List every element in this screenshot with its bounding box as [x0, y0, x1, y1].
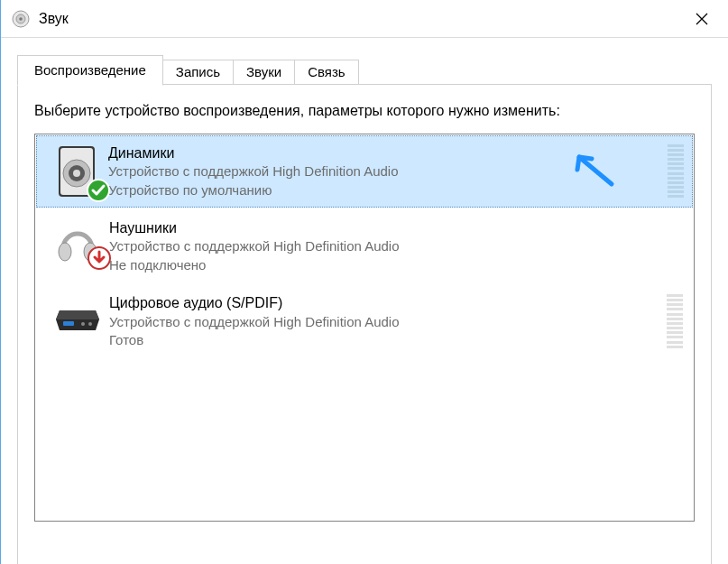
device-item-speakers[interactable]: Динамики Устройство с поддержкой High De… [36, 135, 693, 208]
svg-rect-12 [63, 321, 74, 326]
device-item-headphones[interactable]: Наушники Устройство с поддержкой High De… [35, 208, 694, 283]
svg-point-7 [73, 170, 80, 177]
tab-communications[interactable]: Связь [294, 60, 358, 85]
device-desc: Устройство с поддержкой High Definition … [109, 237, 683, 255]
sound-app-icon [12, 10, 30, 28]
window-title: Звук [39, 11, 681, 27]
svg-point-13 [81, 322, 85, 326]
device-desc: Устройство с поддержкой High Definition … [109, 313, 659, 331]
check-badge-icon [87, 179, 110, 202]
tab-recording[interactable]: Запись [162, 60, 234, 85]
headphones-icon [46, 217, 109, 268]
tab-playback[interactable]: Воспроизведение [17, 55, 163, 86]
tab-sounds[interactable]: Звуки [233, 60, 295, 85]
down-arrow-badge-icon [88, 246, 111, 270]
device-name: Динамики [108, 144, 660, 163]
close-button[interactable] [681, 5, 723, 33]
device-name: Цифровое аудио (S/PDIF) [109, 294, 659, 313]
svg-point-14 [88, 322, 92, 326]
tab-strip: Воспроизведение Запись Звуки Связь [17, 54, 712, 85]
instruction-text: Выберите устройство воспроизведения, пар… [34, 101, 695, 121]
tab-panel: Выберите устройство воспроизведения, пар… [17, 84, 712, 564]
titlebar: Звук [1, 0, 728, 38]
level-meter [667, 294, 683, 348]
svg-point-9 [59, 243, 71, 261]
dialog-content: Воспроизведение Запись Звуки Связь Выбер… [1, 38, 728, 564]
svg-point-2 [19, 17, 23, 21]
device-status: Готов [109, 331, 659, 349]
device-status: Устройство по умолчанию [108, 181, 660, 199]
spdif-icon [46, 292, 109, 343]
speaker-icon [45, 143, 108, 200]
device-item-spdif[interactable]: Цифровое аудио (S/PDIF) Устройство с под… [35, 283, 694, 358]
device-status: Не подключено [109, 256, 683, 274]
device-list[interactable]: Динамики Устройство с поддержкой High De… [34, 134, 695, 522]
device-name: Наушники [109, 219, 683, 238]
level-meter [668, 144, 684, 199]
device-desc: Устройство с поддержкой High Definition … [108, 162, 660, 180]
